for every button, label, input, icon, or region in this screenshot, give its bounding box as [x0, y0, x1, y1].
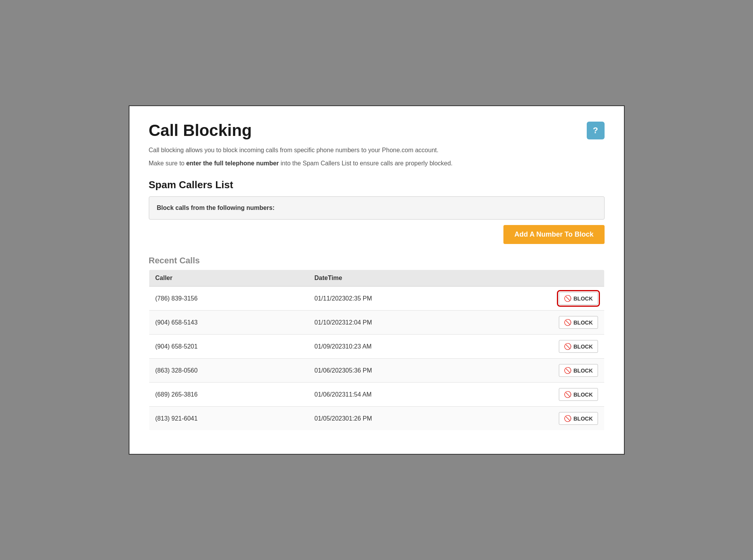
- page-title: Call Blocking: [149, 122, 252, 139]
- block-button[interactable]: 🚫BLOCK: [559, 412, 598, 425]
- calls-table: Caller DateTime (786) 839-315601/11/2023…: [149, 270, 605, 431]
- description-2-bold: enter the full telephone number: [186, 160, 279, 167]
- caller-cell: (904) 658-5143: [149, 311, 308, 335]
- caller-cell: (863) 328-0560: [149, 359, 308, 383]
- block-button-label: BLOCK: [574, 368, 593, 374]
- spam-callers-label: Block calls from the following numbers:: [157, 204, 275, 211]
- datetime-column-header: DateTime: [308, 270, 490, 287]
- block-icon: 🚫: [564, 295, 572, 302]
- block-button-label: BLOCK: [574, 320, 593, 326]
- block-icon: 🚫: [564, 415, 572, 422]
- table-row: (786) 839-315601/11/202302:35 PM🚫BLOCK: [149, 287, 604, 311]
- add-number-button[interactable]: Add A Number To Block: [503, 225, 604, 244]
- datetime-cell: 01/06/202305:36 PM: [308, 359, 490, 383]
- block-button[interactable]: 🚫BLOCK: [559, 364, 598, 377]
- block-icon: 🚫: [564, 319, 572, 326]
- datetime-cell: 01/05/202301:26 PM: [308, 407, 490, 431]
- action-column-header: [490, 270, 604, 287]
- action-cell: 🚫BLOCK: [490, 407, 604, 431]
- table-row: (689) 265-381601/06/202311:54 AM🚫BLOCK: [149, 383, 604, 407]
- calls-table-header: Caller DateTime: [149, 270, 604, 287]
- action-cell: 🚫BLOCK: [490, 359, 604, 383]
- block-button[interactable]: 🚫BLOCK: [559, 340, 598, 353]
- block-button[interactable]: 🚫BLOCK: [559, 388, 598, 401]
- block-button[interactable]: 🚫BLOCK: [559, 292, 598, 305]
- action-cell: 🚫BLOCK: [490, 335, 604, 359]
- description-2: Make sure to enter the full telephone nu…: [149, 159, 605, 168]
- action-cell: 🚫BLOCK: [490, 383, 604, 407]
- calls-table-header-row: Caller DateTime: [149, 270, 604, 287]
- recent-calls-title: Recent Calls: [149, 256, 605, 266]
- caller-column-header: Caller: [149, 270, 308, 287]
- caller-cell: (786) 839-3156: [149, 287, 308, 311]
- description-1: Call blocking allows you to block incomi…: [149, 146, 605, 155]
- help-button[interactable]: ?: [587, 122, 605, 139]
- page-container: Call Blocking ? Call blocking allows you…: [129, 105, 625, 455]
- datetime-cell: 01/11/202302:35 PM: [308, 287, 490, 311]
- block-button-label: BLOCK: [574, 392, 593, 398]
- caller-cell: (689) 265-3816: [149, 383, 308, 407]
- block-icon: 🚫: [564, 367, 572, 374]
- datetime-cell: 01/09/202310:23 AM: [308, 335, 490, 359]
- block-button-label: BLOCK: [574, 344, 593, 350]
- table-row: (904) 658-514301/10/202312:04 PM🚫BLOCK: [149, 311, 604, 335]
- calls-table-body: (786) 839-315601/11/202302:35 PM🚫BLOCK(9…: [149, 287, 604, 431]
- caller-cell: (904) 658-5201: [149, 335, 308, 359]
- block-button-label: BLOCK: [574, 295, 593, 302]
- action-cell: 🚫BLOCK: [490, 311, 604, 335]
- datetime-cell: 01/06/202311:54 AM: [308, 383, 490, 407]
- description-2-prefix: Make sure to: [149, 160, 186, 167]
- add-button-row: Add A Number To Block: [149, 225, 605, 244]
- action-cell: 🚫BLOCK: [490, 287, 604, 311]
- table-row: (813) 921-604101/05/202301:26 PM🚫BLOCK: [149, 407, 604, 431]
- block-icon: 🚫: [564, 391, 572, 398]
- block-button[interactable]: 🚫BLOCK: [559, 316, 598, 329]
- spam-callers-title: Spam Callers List: [149, 179, 605, 191]
- table-row: (863) 328-056001/06/202305:36 PM🚫BLOCK: [149, 359, 604, 383]
- block-icon: 🚫: [564, 343, 572, 350]
- spam-callers-box: Block calls from the following numbers:: [149, 196, 605, 220]
- description-2-suffix: into the Spam Callers List to ensure cal…: [279, 160, 453, 167]
- datetime-cell: 01/10/202312:04 PM: [308, 311, 490, 335]
- caller-cell: (813) 921-6041: [149, 407, 308, 431]
- table-row: (904) 658-520101/09/202310:23 AM🚫BLOCK: [149, 335, 604, 359]
- block-button-label: BLOCK: [574, 416, 593, 422]
- header-row: Call Blocking ?: [149, 122, 605, 139]
